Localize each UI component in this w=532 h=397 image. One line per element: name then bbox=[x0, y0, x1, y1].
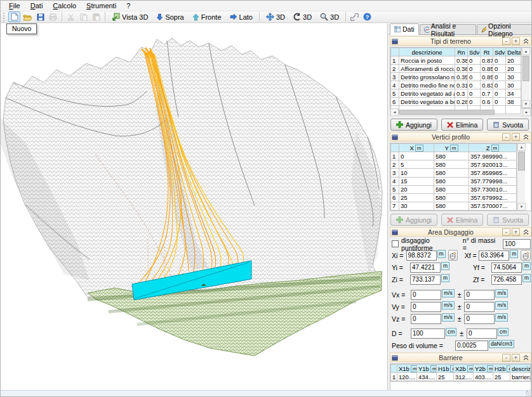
table-row[interactable]: 25580357.920013... bbox=[391, 160, 517, 169]
panel-plus-button[interactable]: + bbox=[512, 354, 520, 361]
col-x1b[interactable]: X1bm bbox=[397, 365, 417, 373]
cut-button[interactable] bbox=[65, 11, 77, 22]
save-button[interactable] bbox=[34, 11, 46, 22]
col-delta[interactable]: Delta bbox=[506, 48, 521, 56]
scroll-up-icon[interactable]: ▲ bbox=[517, 143, 526, 151]
viewport-3d[interactable] bbox=[1, 23, 388, 390]
masses-input[interactable] bbox=[503, 239, 531, 249]
tab-dati[interactable]: Dati bbox=[390, 23, 419, 35]
resize-grip[interactable] bbox=[526, 391, 532, 397]
print-button[interactable] bbox=[47, 11, 59, 22]
terrain-table[interactable]: descrizione Rn Sdv Rt Sdv Delta 1Roccia … bbox=[390, 48, 521, 114]
collapse-chevron-icon[interactable] bbox=[522, 38, 529, 44]
vertical-scrollbar[interactable]: ▲ ▼ bbox=[521, 48, 529, 108]
vy-input[interactable] bbox=[411, 302, 441, 312]
panel-minus-button[interactable]: - bbox=[502, 354, 510, 361]
yf-input[interactable] bbox=[491, 263, 522, 273]
delete-vertex-button[interactable]: Elimina bbox=[441, 214, 483, 226]
copy-button[interactable] bbox=[77, 11, 90, 22]
zi-input[interactable] bbox=[410, 275, 441, 285]
tab-analisi[interactable]: Analisi e Risultati bbox=[420, 24, 476, 34]
menu-help[interactable]: ? bbox=[122, 1, 135, 10]
scroll-down-icon[interactable]: ▼ bbox=[517, 203, 526, 211]
vy-tol-input[interactable] bbox=[464, 302, 495, 312]
col-sdv[interactable]: Sdv bbox=[468, 48, 481, 56]
vista-3d-button[interactable]: Vista 3D bbox=[108, 11, 152, 22]
col-sdv[interactable]: Sdv bbox=[493, 48, 506, 56]
table-row[interactable]: 730580357.570007... bbox=[391, 202, 517, 210]
lato-button[interactable]: Lato bbox=[226, 11, 256, 22]
vx-input[interactable] bbox=[411, 290, 441, 300]
yi-input[interactable] bbox=[410, 263, 441, 273]
collapse-chevron-icon[interactable] bbox=[522, 229, 529, 235]
vz-input[interactable] bbox=[411, 314, 441, 324]
table-row[interactable]: 1 120.... 434.... 25 312.... 403.... 25 … bbox=[391, 373, 531, 381]
paste-button[interactable] bbox=[90, 11, 102, 22]
pan-3d-button[interactable]: 3D bbox=[262, 11, 289, 22]
table-row[interactable]: 1Roccia in posto0.3800.870200 bbox=[391, 56, 521, 65]
menu-calcolo[interactable]: Calcolo bbox=[48, 1, 81, 10]
table-row[interactable]: 310580357.859985... bbox=[391, 169, 517, 177]
table-row[interactable]: 3Detrito grossolano n...0.3500.850300 bbox=[391, 73, 521, 81]
add-vertex-button[interactable]: Aggiungi bbox=[390, 214, 437, 226]
sopra-button[interactable]: Sopra bbox=[152, 11, 187, 22]
menu-strumenti[interactable]: Strumenti bbox=[82, 1, 121, 10]
xf-input[interactable] bbox=[479, 251, 509, 261]
scroll-right-icon[interactable]: ► bbox=[522, 108, 531, 116]
col-y[interactable]: Ym bbox=[434, 144, 469, 152]
col-rt[interactable]: Rt bbox=[481, 48, 493, 56]
scrollbar-thumb[interactable] bbox=[518, 152, 525, 171]
panel-minus-button[interactable]: - bbox=[502, 37, 510, 45]
clear-terrain-button[interactable]: Svuota bbox=[487, 119, 529, 131]
weight-input[interactable] bbox=[455, 341, 488, 351]
xi-input[interactable] bbox=[406, 251, 437, 261]
collapse-chevron-icon[interactable] bbox=[522, 355, 529, 361]
vx-tol-input[interactable] bbox=[464, 290, 495, 300]
barriers-table[interactable]: X1bm Y1bm H1bm X2bm Y2bm H2bm descrizion… bbox=[390, 364, 531, 381]
help-button[interactable]: ? bbox=[361, 11, 373, 22]
fronte-button[interactable]: Fronte bbox=[189, 11, 225, 22]
zoom-3d-button[interactable]: 3D bbox=[316, 11, 343, 22]
panel-plus-button[interactable]: + bbox=[512, 228, 520, 236]
panel-plus-button[interactable]: + bbox=[512, 37, 520, 45]
table-row[interactable]: 520580357.730010... bbox=[391, 185, 517, 193]
table-row[interactable]: 6Detrito vegetato a bo...0.2800.60380 bbox=[391, 98, 521, 106]
pick-end-point-button[interactable] bbox=[521, 250, 531, 261]
menu-dati[interactable]: Dati bbox=[26, 1, 48, 10]
vertices-table[interactable]: Xm Ym Zm 10580357.989990... 25580357.920… bbox=[390, 143, 517, 211]
open-button[interactable] bbox=[21, 11, 34, 22]
scroll-left-icon[interactable]: ◄ bbox=[390, 108, 399, 116]
delete-terrain-button[interactable]: Elimina bbox=[441, 119, 483, 131]
menu-file[interactable]: File bbox=[4, 1, 25, 10]
col-y2b[interactable]: Y2bm bbox=[474, 365, 493, 373]
disgaggio-puntiforme-checkbox[interactable] bbox=[392, 240, 399, 247]
zf-input[interactable] bbox=[491, 275, 522, 285]
col-h2b[interactable]: H2bm bbox=[493, 365, 510, 373]
scroll-up-icon[interactable]: ▲ bbox=[522, 48, 530, 55]
link-button[interactable] bbox=[349, 11, 361, 22]
col-descrizione[interactable]: descrizione bbox=[510, 365, 531, 373]
table-row[interactable]: 4Detrito medio fine no...0.3100.830300 bbox=[391, 81, 521, 89]
panel-minus-button[interactable]: - bbox=[502, 133, 510, 141]
toolbar-grip[interactable] bbox=[3, 13, 6, 22]
new-button[interactable] bbox=[8, 11, 20, 22]
tab-opzioni[interactable]: Opzioni Disegno bbox=[477, 24, 532, 34]
scrollbar-thumb[interactable] bbox=[522, 56, 529, 81]
scroll-down-icon[interactable]: ▼ bbox=[522, 100, 530, 108]
panel-plus-button[interactable]: + bbox=[512, 133, 520, 141]
col-z[interactable]: Zm bbox=[469, 144, 517, 152]
panel-minus-button[interactable]: - bbox=[502, 228, 510, 236]
add-terrain-button[interactable]: Aggiungi bbox=[390, 119, 437, 131]
table-row[interactable]: 2Affioramenti di rocci...0.3800.850200 bbox=[391, 65, 521, 73]
pick-start-point-button[interactable] bbox=[448, 250, 458, 261]
vertical-scrollbar[interactable]: ▲ ▼ bbox=[517, 143, 525, 211]
col-y1b[interactable]: Y1bm bbox=[417, 365, 437, 373]
col-h1b[interactable]: H1bm bbox=[437, 365, 454, 373]
table-row[interactable]: 625580357.679992... bbox=[391, 193, 517, 202]
col-descrizione[interactable]: descrizione bbox=[399, 48, 455, 56]
table-row[interactable]: 5Detrito vegetato ad a...0.300.70340 bbox=[391, 89, 521, 98]
scrollbar-thumb[interactable] bbox=[399, 110, 495, 115]
vz-tol-input[interactable] bbox=[464, 314, 495, 324]
table-row[interactable]: 415580357.779998... bbox=[391, 177, 517, 185]
d-tol-input[interactable] bbox=[467, 329, 497, 339]
